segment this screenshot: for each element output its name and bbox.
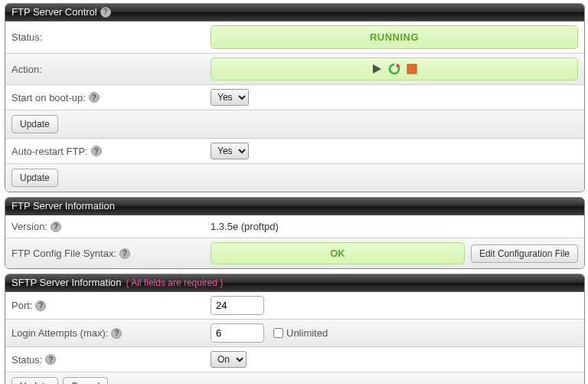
sftp-buttons-row: Update Cancel: [5, 373, 584, 384]
ftp-control-panel: FTP Server Control ? Status: RUNNING Act…: [5, 3, 585, 192]
sftp-info-title: SFTP Server Information: [11, 277, 122, 288]
action-row: Action:: [5, 54, 584, 85]
autorestart-row: Auto-restart FTP: ? Yes: [5, 139, 584, 164]
required-note: ( All fields are required ): [126, 277, 224, 288]
status-row: Status: RUNNING: [5, 21, 584, 54]
port-label: Port:: [11, 300, 32, 311]
help-icon[interactable]: ?: [89, 92, 100, 103]
boot-row: Start on boot-up: ? Yes: [5, 85, 584, 110]
sftp-info-panel: SFTP Server Information ( All fields are…: [5, 274, 585, 384]
ftp-control-title: FTP Server Control: [11, 6, 97, 18]
version-value: 1.3.5e (proftpd): [211, 221, 279, 232]
boot-select[interactable]: Yes: [211, 89, 249, 106]
update-button[interactable]: Update: [11, 169, 58, 187]
port-input[interactable]: [211, 296, 264, 315]
sftp-status-select[interactable]: On: [211, 351, 247, 368]
unlimited-checkbox[interactable]: [273, 328, 283, 338]
update-button[interactable]: Update: [11, 377, 58, 384]
sftp-info-header: SFTP Server Information ( All fields are…: [5, 274, 584, 292]
play-icon[interactable]: [371, 64, 382, 74]
stop-icon[interactable]: [407, 64, 417, 74]
port-row: Port: ?: [5, 292, 584, 320]
svg-rect-2: [407, 64, 416, 74]
help-icon[interactable]: ?: [35, 300, 46, 311]
svg-marker-0: [373, 64, 381, 74]
action-pill: [211, 57, 578, 80]
autorestart-update-row: Update: [5, 164, 584, 192]
syntax-value: OK: [211, 242, 465, 264]
status-label: Status:: [11, 31, 211, 43]
ftp-info-title: FTP Server Information: [11, 200, 115, 212]
help-icon[interactable]: ?: [91, 146, 102, 156]
sftp-status-label: Status:: [11, 354, 42, 366]
sftp-status-row: Status: ? On: [5, 347, 584, 373]
login-label: Login Attempts (max):: [11, 327, 108, 339]
status-value: RUNNING: [211, 25, 578, 49]
edit-config-button[interactable]: Edit Configuration File: [471, 245, 578, 263]
restart-icon[interactable]: [388, 63, 400, 75]
login-attempts-input[interactable]: [211, 323, 264, 343]
autorestart-select[interactable]: Yes: [211, 143, 249, 159]
help-icon[interactable]: ?: [51, 222, 61, 232]
ftp-info-header: FTP Server Information: [5, 198, 584, 215]
boot-label: Start on boot-up:: [11, 92, 86, 103]
help-icon[interactable]: ?: [111, 328, 122, 339]
ftp-info-panel: FTP Server Information Version: ? 1.3.5e…: [5, 197, 585, 269]
action-label: Action:: [11, 64, 211, 75]
help-icon[interactable]: ?: [45, 354, 56, 365]
unlimited-label: Unlimited: [286, 327, 328, 339]
version-label: Version:: [11, 221, 47, 232]
boot-update-row: Update: [5, 110, 584, 139]
syntax-label: FTP Config File Syntax:: [11, 248, 116, 259]
syntax-row: FTP Config File Syntax: ? OK Edit Config…: [5, 238, 584, 268]
ftp-control-header: FTP Server Control ?: [5, 4, 584, 21]
help-icon[interactable]: ?: [119, 248, 130, 259]
cancel-button[interactable]: Cancel: [63, 377, 108, 384]
unlimited-wrap: Unlimited: [273, 327, 328, 339]
help-icon[interactable]: ?: [100, 7, 111, 18]
version-row: Version: ? 1.3.5e (proftpd): [5, 215, 584, 238]
autorestart-label: Auto-restart FTP:: [11, 146, 88, 157]
update-button[interactable]: Update: [11, 115, 58, 133]
login-row: Login Attempts (max): ? Unlimited: [5, 320, 584, 347]
